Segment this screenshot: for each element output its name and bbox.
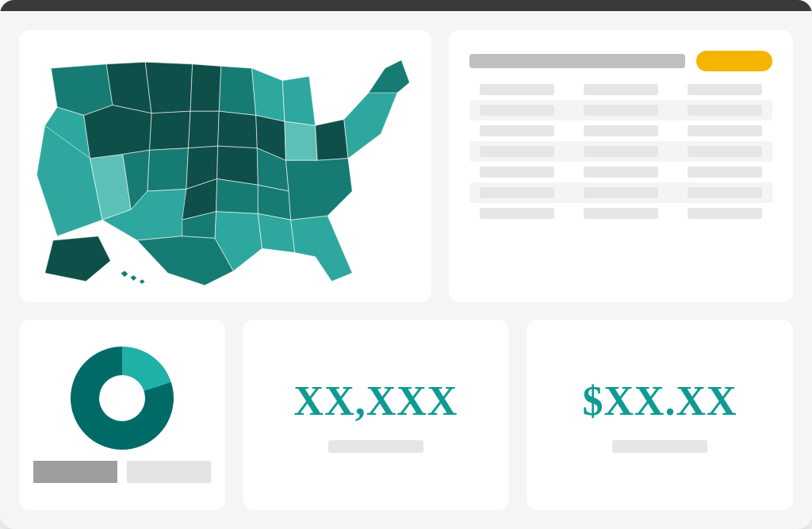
table-row	[469, 141, 772, 162]
table-title-placeholder	[469, 54, 685, 68]
window-titlebar	[0, 0, 812, 11]
state-ut-blk	[84, 105, 151, 158]
state-va-wv-nc-sc	[285, 158, 352, 220]
stat-count-card: XX,XXX	[243, 320, 509, 510]
stat-currency-value: $XX.XX	[582, 378, 737, 424]
table-row	[469, 167, 772, 178]
state-ia	[218, 111, 258, 148]
state-mo	[217, 146, 259, 185]
dashboard-grid: XX,XXX $XX.XX	[0, 11, 812, 529]
donut-chart-card	[19, 320, 225, 510]
table-header-row	[469, 51, 772, 71]
stat-currency-sublabel	[612, 440, 707, 453]
legend-swatch-b	[127, 461, 211, 483]
table-row	[469, 182, 772, 203]
donut-chart	[71, 347, 174, 450]
stat-count-sublabel	[328, 440, 423, 453]
state-nd	[190, 63, 221, 110]
table-row	[469, 100, 772, 121]
state-mi	[282, 76, 315, 125]
state-wy	[149, 111, 190, 150]
table-row	[469, 84, 772, 95]
donut-legend	[33, 461, 211, 483]
state-pa	[316, 119, 348, 160]
table-row	[469, 125, 772, 136]
state-wi	[252, 68, 285, 121]
state-ar	[216, 178, 259, 213]
action-pill-button[interactable]	[696, 51, 772, 71]
legend-swatch-a	[33, 461, 117, 483]
state-ms-al	[258, 213, 295, 252]
state-wa	[51, 63, 112, 115]
state-hi	[121, 270, 144, 284]
state-ak	[45, 236, 111, 281]
table-row	[469, 208, 772, 219]
app-window: XX,XXX $XX.XX	[0, 0, 812, 529]
state-in-oh	[285, 121, 317, 160]
table-body	[469, 84, 772, 288]
state-mn	[219, 66, 256, 115]
data-table-card	[449, 30, 793, 302]
state-co	[147, 148, 189, 190]
bottom-row: XX,XXX $XX.XX	[19, 320, 793, 510]
stat-currency-card: $XX.XX	[527, 320, 793, 510]
state-sd	[189, 111, 220, 148]
stat-count-value: XX,XXX	[294, 378, 458, 424]
state-ga-fl	[291, 216, 353, 282]
state-me	[369, 59, 410, 92]
state-mt	[145, 62, 192, 113]
us-map-card	[19, 30, 431, 302]
us-choropleth-map	[29, 44, 422, 289]
